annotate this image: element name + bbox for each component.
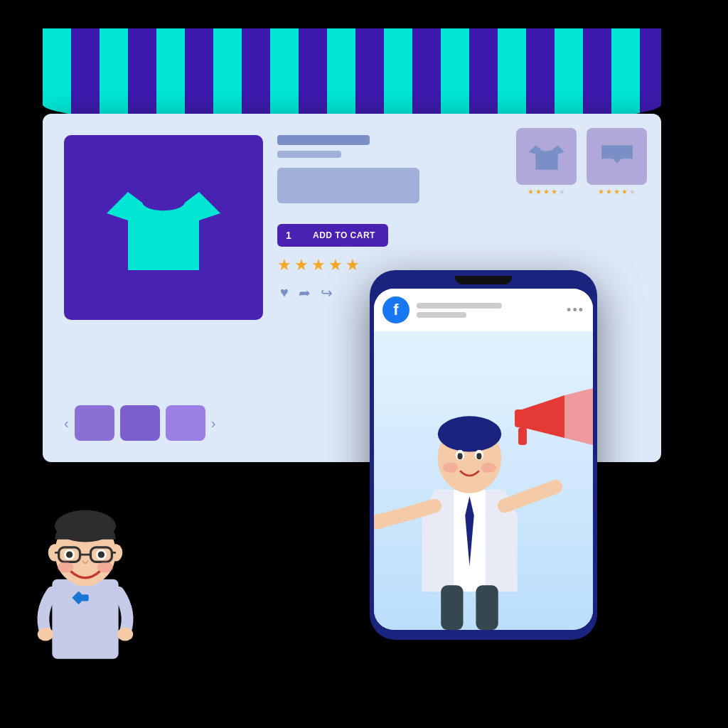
nerd-person-svg	[21, 486, 149, 685]
svg-point-37	[97, 562, 113, 572]
phone-notch	[455, 276, 512, 284]
shorts-star-4: ★	[621, 188, 628, 196]
mobile-phone: f •••	[370, 270, 597, 640]
social-actions: ♥ ➦ ↪	[280, 284, 333, 301]
tshirt-svg	[107, 178, 220, 277]
product-main-image	[64, 135, 263, 320]
svg-point-34	[66, 551, 73, 557]
thumb-3[interactable]	[166, 405, 205, 441]
svg-rect-14	[518, 427, 527, 445]
star-1: ★	[277, 256, 291, 274]
product-desc-box	[277, 168, 419, 203]
thumb-2[interactable]	[120, 405, 160, 441]
shorts-star-2: ★	[606, 188, 612, 196]
shorts-star-5: ★	[629, 188, 636, 196]
facebook-logo: f	[382, 296, 410, 323]
rating-stars: ★ ★ ★ ★ ★	[277, 256, 360, 274]
svg-point-36	[58, 562, 73, 572]
forward-icon[interactable]: ↪	[321, 284, 333, 301]
shirt-star-3: ★	[543, 188, 550, 196]
scene: ‹ › 1 ADD TO CART ★ ★ ★ ★ ★	[0, 0, 728, 728]
awning-stripes	[43, 28, 661, 128]
shirt-star-2: ★	[535, 188, 542, 196]
fb-name-line	[417, 303, 502, 309]
right-thumb-shorts: ★ ★ ★ ★ ★	[587, 128, 647, 196]
share-icon[interactable]: ➦	[299, 284, 311, 301]
right-thumb-shorts-img[interactable]	[587, 128, 647, 185]
add-to-cart-row: 1 ADD TO CART	[277, 224, 388, 247]
star-5: ★	[346, 256, 360, 274]
svg-point-6	[457, 453, 462, 459]
phone-screen: f •••	[374, 289, 593, 630]
svg-point-7	[476, 453, 481, 459]
fb-text-area	[417, 303, 560, 318]
shorts-thumb-stars: ★ ★ ★ ★ ★	[598, 188, 636, 196]
fb-subtitle-line	[417, 312, 466, 318]
shirt-star-1: ★	[528, 188, 534, 196]
svg-rect-11	[441, 585, 463, 630]
facebook-header: f •••	[374, 289, 593, 331]
prev-arrow[interactable]: ‹	[64, 415, 69, 432]
product-subtitle-line	[277, 151, 341, 158]
svg-rect-21	[82, 594, 88, 601]
svg-rect-18	[52, 579, 118, 659]
shirt-thumb-stars: ★ ★ ★ ★ ★	[528, 188, 565, 196]
thumb-1[interactable]	[75, 405, 114, 441]
thumbnail-row: ‹ ›	[64, 405, 263, 441]
next-arrow[interactable]: ›	[211, 415, 216, 432]
heart-icon[interactable]: ♥	[280, 284, 289, 301]
shirt-thumb-svg	[529, 141, 564, 172]
right-thumb-shirt: ★ ★ ★ ★ ★	[516, 128, 577, 196]
star-3: ★	[311, 256, 326, 274]
shorts-star-3: ★	[614, 188, 620, 196]
svg-point-9	[481, 463, 496, 473]
fb-more-dots[interactable]: •••	[567, 303, 584, 318]
svg-rect-12	[476, 585, 498, 630]
product-title-line	[277, 135, 370, 145]
add-to-cart-button[interactable]: ADD TO CART	[300, 224, 388, 247]
svg-point-38	[38, 628, 53, 641]
svg-point-35	[98, 551, 105, 557]
product-detail	[277, 135, 434, 218]
svg-point-39	[117, 628, 133, 641]
shorts-star-1: ★	[598, 188, 604, 196]
quantity-value: 1	[286, 230, 291, 241]
person-outside	[21, 486, 149, 685]
shorts-thumb-svg	[599, 141, 635, 172]
phone-person-area	[374, 331, 593, 630]
quantity-badge: 1	[277, 224, 300, 247]
right-thumb-shirt-img[interactable]	[516, 128, 577, 185]
svg-point-8	[443, 463, 458, 473]
shirt-star-5: ★	[559, 188, 565, 196]
right-thumbnails: ★ ★ ★ ★ ★ ★ ★ ★ ★	[516, 128, 647, 196]
star-2: ★	[294, 256, 309, 274]
svg-rect-13	[515, 410, 529, 427]
fb-letter: f	[393, 301, 398, 319]
star-4: ★	[328, 256, 343, 274]
megaphone-svg	[515, 388, 593, 452]
svg-point-3	[438, 416, 501, 451]
shirt-star-4: ★	[551, 188, 557, 196]
awning	[43, 28, 661, 128]
